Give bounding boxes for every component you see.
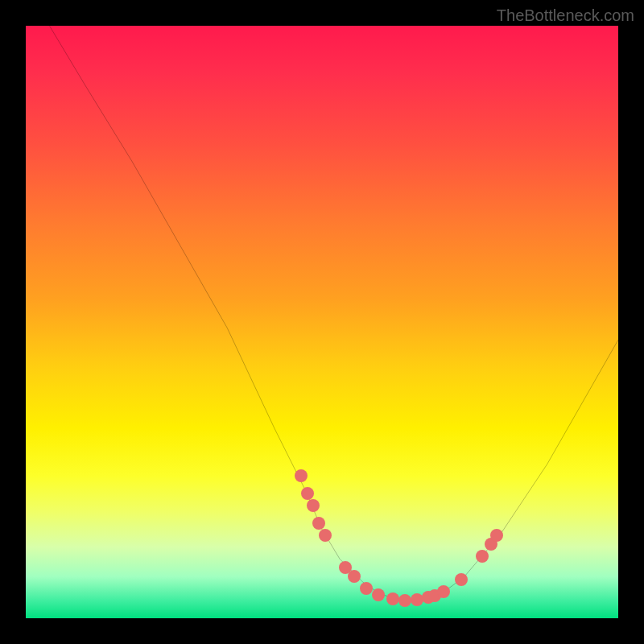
- data-marker: [312, 517, 325, 530]
- data-marker: [437, 585, 450, 598]
- curve-path: [49, 26, 618, 601]
- plot-area: [26, 26, 618, 618]
- data-marker: [455, 573, 468, 586]
- data-marker: [490, 529, 503, 542]
- data-marker: [372, 588, 385, 601]
- data-marker: [411, 593, 423, 606]
- data-marker: [386, 592, 399, 605]
- data-marker: [360, 582, 373, 595]
- data-marker: [301, 487, 314, 500]
- data-marker: [398, 594, 411, 607]
- data-marker: [307, 499, 320, 512]
- data-marker: [295, 469, 308, 482]
- data-marker: [348, 570, 361, 583]
- data-marker: [476, 550, 489, 563]
- watermark-label: TheBottleneck.com: [497, 6, 634, 25]
- data-marker: [319, 529, 332, 542]
